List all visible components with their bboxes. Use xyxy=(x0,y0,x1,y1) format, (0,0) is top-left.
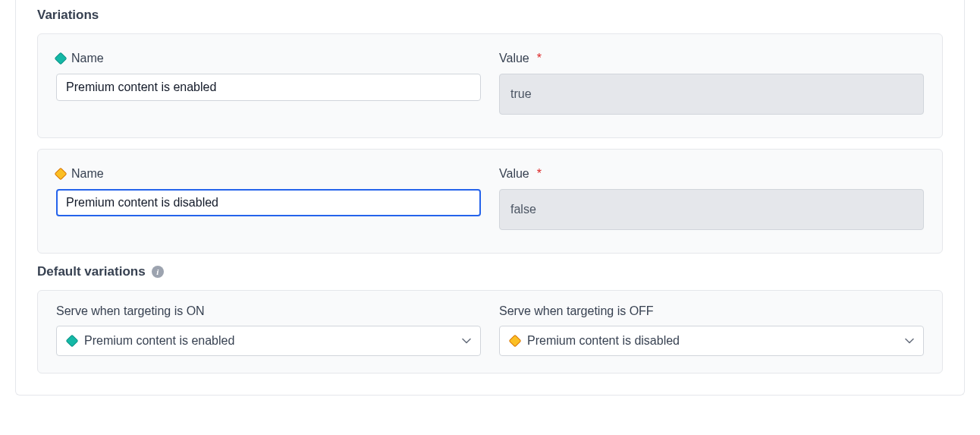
serve-on-label: Serve when targeting is ON xyxy=(56,304,481,318)
defaults-panel: Serve when targeting is ON Premium conte… xyxy=(37,290,943,374)
variation-value-display: false xyxy=(499,189,924,230)
value-label: Value* xyxy=(499,165,924,183)
variation-name-input[interactable] xyxy=(56,189,481,216)
info-icon[interactable]: i xyxy=(152,266,164,278)
chevron-down-icon xyxy=(462,336,471,345)
defaults-heading-text: Default variations xyxy=(37,264,146,279)
value-label-text: Value xyxy=(499,167,529,181)
serve-off-label: Serve when targeting is OFF xyxy=(499,304,924,318)
variation-name-input[interactable] xyxy=(56,74,481,101)
serve-off-value: Premium content is disabled xyxy=(527,334,680,348)
diamond-icon xyxy=(509,335,522,348)
name-label-text: Name xyxy=(71,52,104,65)
variations-heading: Variations xyxy=(37,8,943,23)
diamond-icon xyxy=(66,335,79,348)
defaults-heading: Default variations i xyxy=(37,264,943,279)
serve-on-select[interactable]: Premium content is enabled xyxy=(56,326,481,356)
variations-heading-text: Variations xyxy=(37,8,99,23)
chevron-down-icon xyxy=(905,336,914,345)
variation-panel: Name Value* false xyxy=(37,149,943,254)
required-marker: * xyxy=(537,167,542,181)
name-label: Name xyxy=(56,165,481,183)
required-marker: * xyxy=(537,52,542,65)
serve-off-select[interactable]: Premium content is disabled xyxy=(499,326,924,356)
diamond-icon xyxy=(55,52,68,65)
variation-value-text: false xyxy=(510,203,536,216)
variation-panel: Name Value* true xyxy=(37,33,943,138)
name-label: Name xyxy=(56,49,481,68)
value-label: Value* xyxy=(499,49,924,68)
serve-on-value: Premium content is enabled xyxy=(84,334,234,348)
variation-value-display: true xyxy=(499,74,924,115)
name-label-text: Name xyxy=(71,167,104,181)
diamond-icon xyxy=(55,168,68,181)
variation-value-text: true xyxy=(510,87,532,101)
value-label-text: Value xyxy=(499,52,529,65)
settings-card: Variations Name Value* true xyxy=(15,0,965,396)
